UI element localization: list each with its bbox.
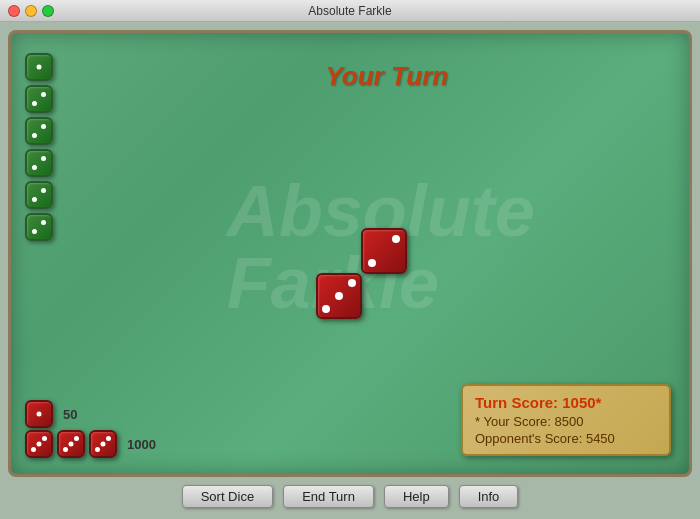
kept-dice-area: 50 1000 [25, 400, 156, 460]
your-score: * Your Score: 8500 [475, 414, 657, 429]
main-window: Absolute Farkle Your Turn [0, 22, 700, 519]
kept-die-4[interactable] [89, 430, 117, 458]
button-bar: Sort Dice End Turn Help Info [8, 477, 692, 511]
window-controls[interactable] [8, 5, 54, 17]
game-area: Absolute Farkle Your Turn [8, 30, 692, 477]
kept-die-3[interactable] [57, 430, 85, 458]
left-dice-column [25, 53, 53, 241]
turn-score: Turn Score: 1050* [475, 394, 657, 411]
left-die-3[interactable] [25, 117, 53, 145]
close-button[interactable] [8, 5, 20, 17]
score-panel: Turn Score: 1050* * Your Score: 8500 Opp… [461, 384, 671, 456]
left-die-2[interactable] [25, 85, 53, 113]
kept-row-1: 50 [25, 400, 156, 428]
left-die-6[interactable] [25, 213, 53, 241]
turn-status: Your Turn [325, 61, 448, 92]
title-bar: Absolute Farkle [0, 0, 700, 22]
window-title: Absolute Farkle [308, 4, 391, 18]
minimize-button[interactable] [25, 5, 37, 17]
left-die-5[interactable] [25, 181, 53, 209]
kept-row-2: 1000 [25, 430, 156, 458]
opponent-score: Opponent's Score: 5450 [475, 431, 657, 446]
left-die-1[interactable] [25, 53, 53, 81]
center-die-2[interactable] [316, 273, 362, 319]
end-turn-button[interactable]: End Turn [283, 485, 374, 508]
info-button[interactable]: Info [459, 485, 519, 508]
kept-die-1[interactable] [25, 400, 53, 428]
kept-die-2[interactable] [25, 430, 53, 458]
kept-score-1: 50 [63, 407, 77, 422]
maximize-button[interactable] [42, 5, 54, 17]
left-die-4[interactable] [25, 149, 53, 177]
kept-score-2: 1000 [127, 437, 156, 452]
center-die-1[interactable] [361, 228, 407, 274]
help-button[interactable]: Help [384, 485, 449, 508]
sort-dice-button[interactable]: Sort Dice [182, 485, 273, 508]
